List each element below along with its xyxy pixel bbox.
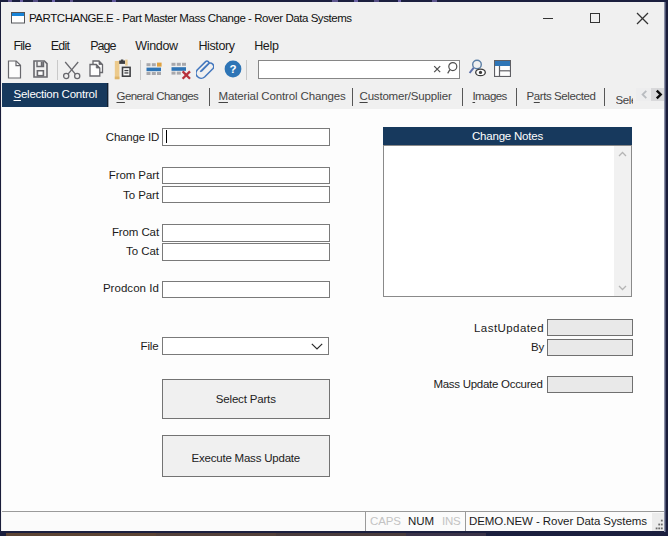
svg-text:?: ? bbox=[229, 63, 236, 75]
